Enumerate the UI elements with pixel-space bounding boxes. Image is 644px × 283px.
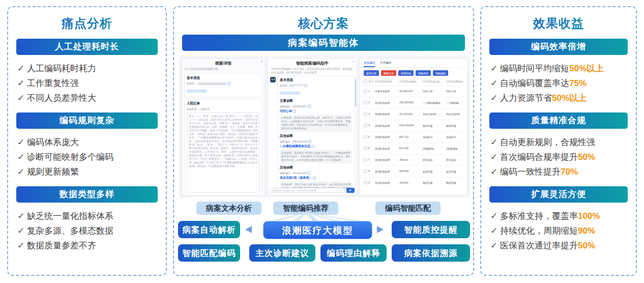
diagnosis-code: 诊断编码：I10.x00x032 — [280, 171, 306, 175]
smart-qc-button[interactable]: 智能质控 — [416, 70, 431, 76]
col-no: 序号 — [368, 77, 374, 86]
cell-name: 肺部感染 — [422, 154, 446, 166]
cell-type: 其他疾病诊断 — [374, 120, 399, 132]
cell-code: R18.x00x005 — [399, 120, 422, 132]
cell-no: 6 — [368, 143, 374, 155]
copy-icon[interactable] — [313, 177, 316, 180]
add-record-button[interactable]: 新增记录 — [364, 70, 379, 76]
record-detail-subtitle: 以下内容为此患者的病案详情。 — [182, 67, 265, 72]
cell-name: 胸腔积液 — [422, 177, 446, 188]
other-diagnosis-code-row: 诊断编码：I10.x00x032 — [280, 171, 352, 175]
row-checkbox[interactable] — [364, 135, 367, 139]
table-row: 8 其他疾病诊断 N94.806 盆腔积液 盆腔积液 — [363, 166, 464, 178]
copy-icon[interactable] — [304, 84, 307, 87]
other-diagnosis-header: 其他诊断 — [280, 165, 352, 170]
benefit-list-3: 多标准支持，覆盖率100%持续优化，周期缩短90%医保首次通过率提升50% — [490, 209, 627, 253]
basic-info-header: 基本信息 — [187, 76, 260, 80]
close-icon[interactable]: × — [261, 60, 263, 63]
send-button[interactable] — [346, 188, 355, 193]
assistant-basic-header: 基本信息 — [280, 78, 352, 82]
row-checkbox[interactable] — [364, 147, 367, 150]
copy-icon[interactable] — [227, 82, 230, 85]
assistant-input-bar — [270, 187, 355, 193]
cell-name: 低钠血症 — [422, 131, 446, 143]
table-row: 6 其他疾病诊断 E11.900 2型糖尿病 2型糖尿病 — [363, 143, 464, 155]
icd-table-card: 疾病编码 手术编码 新增记录 删除记录 保存列表 智能质控 智能编码 序号 IC… — [359, 58, 468, 195]
cell-desc: 二尖瓣机械瓣置换 — [446, 97, 464, 109]
save-list-button[interactable]: 保存列表 — [398, 70, 414, 76]
copy-icon[interactable] — [307, 172, 310, 175]
smart-code-button[interactable]: 智能编码 — [433, 70, 448, 76]
main-diagnosis-code-row: 诊断编码：I49.900x007 — [280, 104, 352, 108]
cell-desc: 结性心律 — [446, 86, 464, 97]
row-checkbox[interactable] — [364, 169, 367, 173]
pain-item: 人工编码耗时耗力 — [17, 61, 157, 76]
copy-icon[interactable] — [308, 105, 311, 108]
box-reason-explain: 编码理由解释 — [320, 244, 387, 262]
table-header-row: 序号 ICD10疾病类型 ICD10疾病编码 ICD10疾病名称 ICD10诊断… — [363, 77, 464, 86]
box-smart-match: 智能匹配编码 — [178, 244, 240, 262]
cell-type: 其他疾病诊断 — [374, 143, 399, 155]
pain-item: 数据质量参差不齐 — [17, 238, 157, 253]
table-row: 7 其他疾病诊断 J98.414 肺部感染 肺部感染 — [363, 154, 464, 166]
tab-surgery-code[interactable]: 手术编码 — [380, 61, 391, 67]
pain-section-header-2: 编码规则复杂 — [16, 112, 158, 129]
cell-name: 二尖瓣机械瓣膜... — [422, 97, 446, 109]
delete-record-button[interactable]: 删除记录 — [381, 70, 396, 76]
pain-item: 规则更新频繁 — [17, 164, 157, 179]
main-diagnosis-header: 主要诊断 — [280, 99, 352, 103]
diagnosis-link-row: 二尖瓣机械瓣置换状态 — [280, 144, 352, 149]
icd-table: 序号 ICD10疾病类型 ICD10疾病编码 ICD10疾病名称 ICD10诊断… — [363, 77, 464, 188]
row-checkbox[interactable] — [364, 112, 367, 116]
code-tabs: 疾病编码 手术编码 — [360, 59, 467, 68]
scrollbar[interactable] — [355, 79, 356, 107]
send-icon — [349, 189, 352, 191]
row-checkbox[interactable] — [364, 90, 367, 93]
copy-icon[interactable] — [293, 110, 296, 113]
cell-code: Z95.200x002 — [399, 97, 422, 109]
admission-record-block: 入院记录 就诊科室：心胸外科 姓名：—— 科室：本部心内二科 床号：—— 住院号… — [184, 99, 262, 195]
benefit-item: 编码时间平均缩短50%以上 — [490, 61, 627, 76]
diagnosis-reason-text: 主要诊断，患者本次为阵发性心悸、头晕半月，入院时心率46次/分，心电图提示“结性… — [280, 115, 352, 132]
copy-icon[interactable] — [308, 140, 311, 143]
table-toolbar: 新增记录 删除记录 保存列表 智能质控 智能编码 — [364, 70, 463, 76]
diagnosis-link[interactable]: 二尖瓣机械瓣置换状态 — [280, 144, 310, 149]
row-checkbox[interactable] — [364, 101, 367, 104]
tab-disease-code[interactable]: 疾病编码 — [364, 61, 375, 67]
cell-no: 4 — [368, 120, 374, 132]
robot-avatar-icon — [270, 77, 276, 82]
cell-type: 其他疾病诊断 — [374, 177, 399, 188]
cell-desc: 2型糖尿病 — [446, 143, 464, 155]
benefit-item: 医保首次通过率提升50% — [490, 238, 627, 253]
other-diagnosis-header: 其他诊断 — [280, 134, 352, 138]
cell-no: 2 — [368, 97, 374, 109]
core-banner: 病案编码智能体 — [182, 35, 465, 51]
record-detail-title: 病案详情 — [182, 59, 265, 67]
cell-desc: 肺部感染 — [446, 154, 464, 166]
assistant-input[interactable] — [270, 188, 345, 193]
benefit-item: 多标准支持，覆盖率100% — [490, 209, 627, 223]
cell-no: 8 — [368, 166, 374, 178]
coding-assistant-card: 智能病案编码助手 × 该患者的智能编码工作已完成，若您在使用过程中有任何疑问，请… — [268, 58, 357, 195]
cell-name: 腹腔积液 — [422, 120, 446, 132]
row-checkbox[interactable] — [364, 158, 367, 162]
cell-name: 高血压病3级（... — [422, 108, 446, 120]
row-checkbox[interactable] — [364, 181, 367, 185]
cell-desc: 高血压病3级（极... — [446, 108, 464, 120]
cell-code: I10.x00x032 — [399, 108, 422, 120]
cell-type: 其他疾病诊断 — [374, 108, 399, 120]
admission-note-text: 姓名：—— 科室：本部心内二科 床号：—— 住院号：09——— 入院日期：202… — [187, 112, 260, 193]
model-box: 浪潮医疗大模型 — [263, 221, 372, 239]
diagnosis-link[interactable]: 结性心律 — [280, 109, 292, 114]
app-screenshot: 病案详情 × 以下内容为此患者的病案详情。 基本信息 患者ID： 入院记录 就诊… — [179, 56, 470, 197]
row-checkbox[interactable] — [364, 124, 367, 127]
cell-type: 其他疾病诊断 — [374, 131, 399, 143]
cell-name: 盆腔积液 — [422, 166, 446, 178]
cell-desc: 腹腔积液 — [446, 120, 464, 132]
arrow-right-icon — [377, 226, 384, 233]
diagnosis-link[interactable]: 高血压病3级（极高危） — [280, 176, 312, 180]
copy-icon[interactable] — [311, 145, 314, 148]
col-name: ICD10疾病名称 — [422, 77, 446, 86]
select-all-checkbox[interactable] — [364, 79, 367, 83]
close-icon[interactable]: × — [353, 60, 355, 63]
